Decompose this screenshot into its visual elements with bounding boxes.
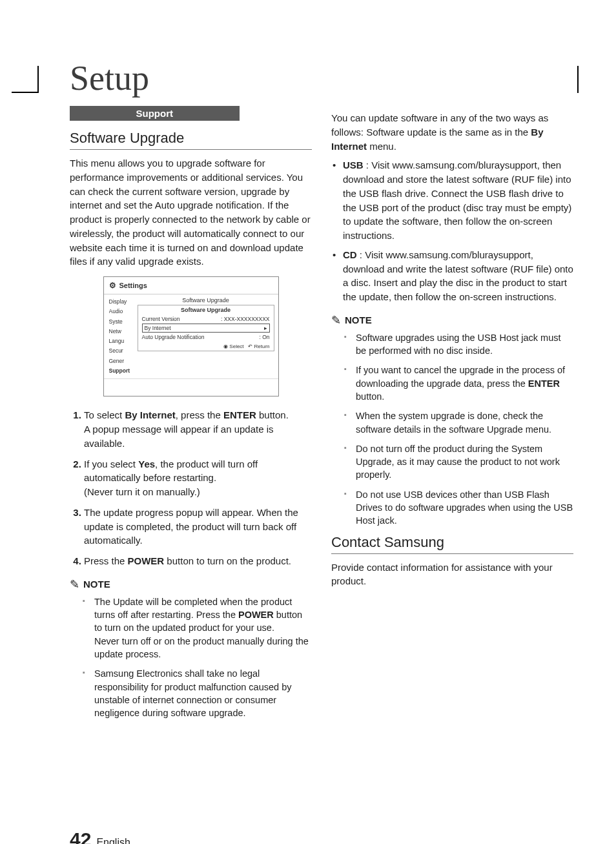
note-item: If you want to cancel the upgrade in the… (344, 364, 573, 403)
step-1: To select By Internet, press the ENTER b… (84, 408, 312, 450)
sidebar-item: Display (109, 297, 138, 307)
sidebar-item: Syste (109, 317, 138, 327)
note-item: The Update will be completed when the pr… (83, 595, 312, 661)
gear-icon: ⚙ (109, 281, 116, 290)
crop-mark (577, 66, 579, 93)
contact-samsung-heading: Contact Samsung (331, 534, 573, 554)
update-methods: USB : Visit www.samsung.com/bluraysuppor… (331, 158, 573, 304)
contact-samsung-text: Provide contact information for assistan… (331, 561, 573, 589)
step-2: If you select Yes, the product will turn… (84, 457, 312, 499)
page-number: 42 (70, 829, 91, 844)
sub-heading: Software Upgrade (142, 307, 270, 313)
note-item: Samsung Electronics shall take no legal … (83, 667, 312, 719)
sidebar-item: Langu (109, 336, 138, 346)
main-heading: Software Upgrade (138, 297, 274, 304)
sidebar-item: Netw (109, 327, 138, 336)
sidebar-item-active: Support (109, 366, 138, 376)
step-4: Press the POWER button to turn on the pr… (84, 554, 312, 568)
note-icon: ✎ (331, 313, 341, 327)
note-item: Do not turn off the product during the S… (344, 442, 573, 482)
crop-mark (12, 92, 39, 93)
crop-mark (37, 66, 39, 93)
note-item: Software upgrades using the USB Host jac… (344, 331, 573, 358)
note-icon: ✎ (70, 577, 79, 592)
note-item: When the system upgrade is done, check t… (344, 409, 573, 436)
note-heading: ✎ NOTE (331, 313, 573, 327)
sidebar-item: Audio (109, 307, 138, 316)
settings-screenshot: ⚙ Settings Display Audio Syste Netw Lang… (103, 276, 279, 396)
auto-upgrade-label: Auto Upgrade Notification (142, 334, 205, 340)
note-list: The Update will be completed when the pr… (70, 595, 312, 720)
page-title: Setup (70, 58, 580, 98)
settings-sidebar: Display Audio Syste Netw Langu Secur Gen… (104, 294, 138, 378)
step-3: The update progress popup will appear. W… (84, 506, 312, 548)
page-language: English (96, 837, 130, 844)
sidebar-item: Secur (109, 346, 138, 356)
page-footer: 42 English (70, 829, 130, 844)
sidebar-item: Gener (109, 356, 138, 366)
note-heading: ✎ NOTE (70, 577, 312, 592)
left-column: Support Software Upgrade This menu allow… (70, 106, 312, 726)
chevron-right-icon: ▸ (264, 325, 267, 331)
current-version-value: : XXX-XXXXXXXXX (221, 316, 270, 322)
settings-title: ⚙ Settings (104, 277, 278, 294)
software-upgrade-heading: Software Upgrade (70, 130, 312, 150)
auto-upgrade-value: : On (259, 334, 269, 340)
update-ways-intro: You can update software in any of the tw… (331, 111, 573, 153)
support-heading: Support (70, 106, 240, 121)
shot-footer: ◉ Select ↶ Return (142, 341, 270, 349)
current-version-label: Current Version (142, 316, 180, 322)
note-item: Do not use USB devices other than USB Fl… (344, 488, 573, 528)
by-internet-row: By Internet ▸ (142, 324, 270, 333)
right-column: You can update software in any of the tw… (331, 106, 573, 726)
software-upgrade-intro: This menu allows you to upgrade software… (70, 156, 312, 269)
cd-method: CD : Visit www.samsung.com/bluraysupport… (331, 248, 573, 304)
steps-list: To select By Internet, press the ENTER b… (70, 408, 312, 568)
usb-method: USB : Visit www.samsung.com/bluraysuppor… (331, 158, 573, 243)
note-list: Software upgrades using the USB Host jac… (331, 331, 573, 528)
